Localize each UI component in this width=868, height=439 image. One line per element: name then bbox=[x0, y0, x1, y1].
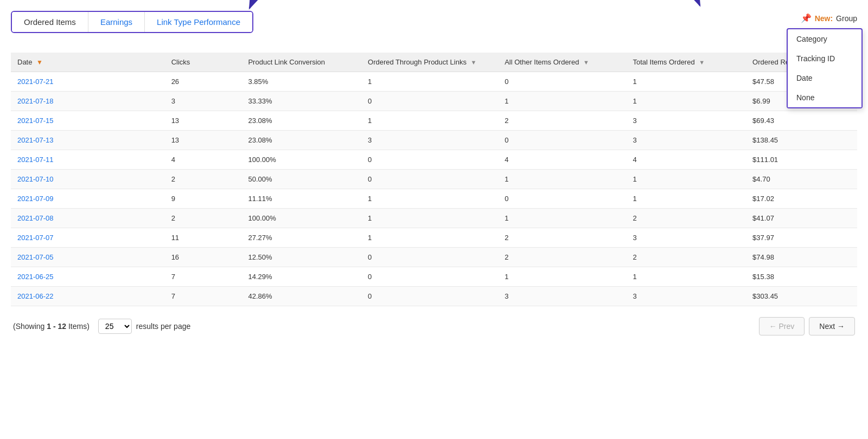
cell-plc: 11.11% bbox=[241, 189, 361, 209]
otpl-sort-icon: ▼ bbox=[471, 59, 477, 66]
new-feature-icon: 📌 bbox=[801, 13, 812, 23]
dropdown-item-none[interactable]: None bbox=[788, 88, 861, 107]
col-header-plc[interactable]: Product Link Conversion bbox=[241, 53, 361, 72]
table-row: 2021-07-08 2 100.00% 1 1 2 $41.07 bbox=[11, 209, 857, 228]
cell-clicks: 16 bbox=[165, 248, 242, 267]
cell-date: 2021-07-08 bbox=[11, 209, 165, 228]
col-header-aoio[interactable]: All Other Items Ordered ▼ bbox=[498, 53, 626, 72]
group-by-dropdown: Category Tracking ID Date None bbox=[787, 28, 863, 108]
table-row: 2021-06-25 7 14.29% 0 1 1 $15.38 bbox=[11, 267, 857, 287]
prev-button[interactable]: ← Prev bbox=[759, 317, 805, 335]
aoio-sort-icon: ▼ bbox=[583, 59, 589, 66]
cell-plc: 23.08% bbox=[241, 131, 361, 150]
cell-tio: 3 bbox=[627, 287, 746, 306]
table-row: 2021-07-15 13 23.08% 1 2 3 $69.43 bbox=[11, 111, 857, 131]
cell-revenue: $138.45 bbox=[746, 131, 857, 150]
date-link[interactable]: 2021-06-22 bbox=[17, 292, 54, 300]
tab-earnings[interactable]: Earnings bbox=[88, 12, 145, 32]
cell-aoio: 3 bbox=[498, 287, 626, 306]
cell-clicks: 9 bbox=[165, 189, 242, 209]
table-row: 2021-07-07 11 27.27% 1 2 3 $37.97 bbox=[11, 228, 857, 248]
next-button[interactable]: Next → bbox=[809, 317, 855, 335]
cell-revenue: $41.07 bbox=[746, 209, 857, 228]
per-page-select[interactable]: 10 25 50 100 bbox=[98, 319, 132, 334]
cell-plc: 100.00% bbox=[241, 150, 361, 170]
date-link[interactable]: 2021-07-09 bbox=[17, 195, 54, 203]
col-header-tio[interactable]: Total Items Ordered ▼ bbox=[627, 53, 746, 72]
table-row: 2021-07-09 9 11.11% 1 0 1 $17.02 bbox=[11, 189, 857, 209]
cell-revenue: $37.97 bbox=[746, 228, 857, 248]
col-header-date[interactable]: Date ▼ bbox=[11, 53, 165, 72]
cell-date: 2021-07-10 bbox=[11, 170, 165, 189]
cell-tio: 1 bbox=[627, 170, 746, 189]
table-row: 2021-07-13 13 23.08% 3 0 3 $138.45 bbox=[11, 131, 857, 150]
group-by-label[interactable]: Group bbox=[836, 14, 857, 23]
cell-tio: 2 bbox=[627, 248, 746, 267]
tio-sort-icon: ▼ bbox=[699, 59, 705, 66]
cell-plc: 3.85% bbox=[241, 72, 361, 92]
cell-tio: 1 bbox=[627, 72, 746, 92]
date-link[interactable]: 2021-07-10 bbox=[17, 175, 54, 183]
cell-otpl: 3 bbox=[361, 131, 498, 150]
ordered-items-table: Date ▼ Clicks Product Link Conversion Or… bbox=[11, 53, 857, 306]
date-link[interactable]: 2021-07-13 bbox=[17, 136, 54, 144]
date-link[interactable]: 2021-07-08 bbox=[17, 214, 54, 222]
table-row: 2021-07-10 2 50.00% 0 1 1 $4.70 bbox=[11, 170, 857, 189]
cell-tio: 3 bbox=[627, 228, 746, 248]
cell-aoio: 1 bbox=[498, 267, 626, 287]
tab-link-type-performance[interactable]: Link Type Performance bbox=[145, 12, 252, 32]
dropdown-item-tracking-id[interactable]: Tracking ID bbox=[788, 49, 861, 68]
cell-aoio: 1 bbox=[498, 209, 626, 228]
cell-revenue: $74.98 bbox=[746, 248, 857, 267]
tabs-container: Ordered Items Earnings Link Type Perform… bbox=[11, 11, 253, 33]
cell-date: 2021-07-15 bbox=[11, 111, 165, 131]
cell-date: 2021-07-11 bbox=[11, 150, 165, 170]
cell-revenue: $15.38 bbox=[746, 267, 857, 287]
date-link[interactable]: 2021-07-07 bbox=[17, 234, 54, 242]
cell-aoio: 0 bbox=[498, 189, 626, 209]
cell-clicks: 2 bbox=[165, 170, 242, 189]
cell-plc: 23.08% bbox=[241, 111, 361, 131]
date-link[interactable]: 2021-07-15 bbox=[17, 117, 54, 125]
cell-otpl: 0 bbox=[361, 287, 498, 306]
dropdown-item-category[interactable]: Category bbox=[788, 29, 861, 49]
date-link[interactable]: 2021-07-21 bbox=[17, 78, 54, 86]
cell-clicks: 13 bbox=[165, 111, 242, 131]
showing-range: 1 - 12 bbox=[47, 322, 66, 331]
col-header-clicks[interactable]: Clicks bbox=[165, 53, 242, 72]
cell-otpl: 0 bbox=[361, 150, 498, 170]
cell-date: 2021-07-09 bbox=[11, 189, 165, 209]
cell-plc: 50.00% bbox=[241, 170, 361, 189]
cell-plc: 14.29% bbox=[241, 267, 361, 287]
cell-otpl: 0 bbox=[361, 267, 498, 287]
cell-otpl: 1 bbox=[361, 111, 498, 131]
tab-ordered-items[interactable]: Ordered Items bbox=[12, 12, 88, 32]
table-row: 2021-07-05 16 12.50% 0 2 2 $74.98 bbox=[11, 248, 857, 267]
table-row: 2021-07-21 26 3.85% 1 0 1 $47.58 bbox=[11, 72, 857, 92]
cell-tio: 1 bbox=[627, 189, 746, 209]
cell-plc: 27.27% bbox=[241, 228, 361, 248]
date-link[interactable]: 2021-07-18 bbox=[17, 97, 54, 105]
cell-otpl: 1 bbox=[361, 209, 498, 228]
cell-clicks: 7 bbox=[165, 267, 242, 287]
cell-clicks: 13 bbox=[165, 131, 242, 150]
cell-date: 2021-07-07 bbox=[11, 228, 165, 248]
date-link[interactable]: 2021-06-25 bbox=[17, 273, 54, 281]
cell-revenue: $4.70 bbox=[746, 170, 857, 189]
cell-otpl: 0 bbox=[361, 248, 498, 267]
cell-plc: 100.00% bbox=[241, 209, 361, 228]
cell-clicks: 2 bbox=[165, 209, 242, 228]
cell-plc: 42.86% bbox=[241, 287, 361, 306]
cell-aoio: 0 bbox=[498, 131, 626, 150]
date-sort-icon: ▼ bbox=[36, 59, 43, 66]
cell-date: 2021-06-22 bbox=[11, 287, 165, 306]
col-header-otpl[interactable]: Ordered Through Product Links ▼ bbox=[361, 53, 498, 72]
pagination: ← Prev Next → bbox=[759, 317, 855, 335]
date-link[interactable]: 2021-07-11 bbox=[17, 156, 54, 164]
cell-revenue: $69.43 bbox=[746, 111, 857, 131]
date-link[interactable]: 2021-07-05 bbox=[17, 253, 54, 261]
dropdown-item-date[interactable]: Date bbox=[788, 68, 861, 88]
cell-aoio: 1 bbox=[498, 92, 626, 111]
cell-date: 2021-06-25 bbox=[11, 267, 165, 287]
cell-aoio: 2 bbox=[498, 111, 626, 131]
